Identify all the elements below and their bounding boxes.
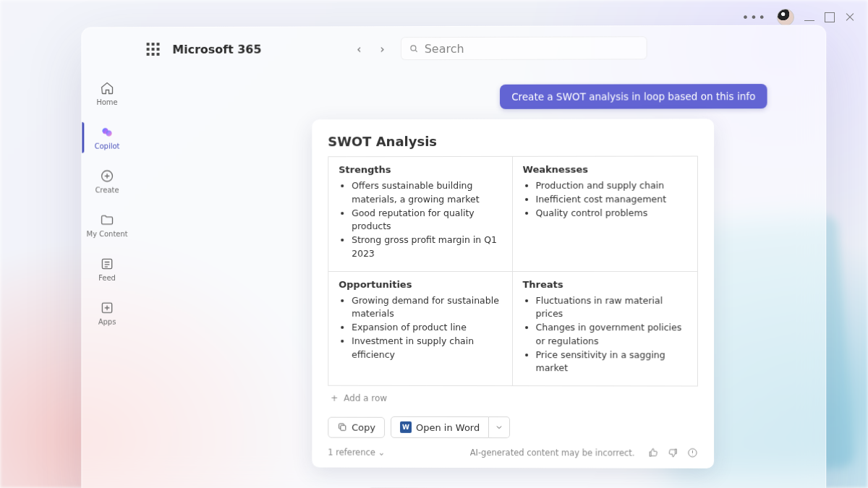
swot-cell-strengths[interactable]: Strengths Offers sustainable building ma…	[328, 157, 512, 272]
folder-icon	[100, 213, 114, 227]
swot-item: Changes in government policies or regula…	[536, 321, 687, 348]
swot-item: Growing demand for sustainable materials	[352, 294, 501, 321]
rail-item-home[interactable]: Home	[82, 78, 132, 109]
swot-item: Investment in supply chain efficiency	[352, 335, 501, 362]
report-icon[interactable]	[687, 448, 698, 458]
response-card: SWOT Analysis Strengths Offers sustainab…	[312, 119, 714, 468]
swot-heading: Strengths	[339, 164, 501, 175]
rail-item-feed[interactable]: Feed	[82, 254, 132, 285]
add-row-button[interactable]: Add a row	[328, 386, 698, 414]
plus-circle-icon	[100, 169, 114, 184]
app-launcher-icon[interactable]	[147, 43, 160, 56]
ai-disclaimer: AI-generated content may be incorrect.	[470, 448, 635, 458]
swot-heading: Opportunities	[339, 278, 501, 289]
feedback-row: AI-generated content may be incorrect.	[470, 447, 698, 458]
rail-label: Apps	[98, 318, 116, 326]
rail-item-create[interactable]: Create	[82, 166, 132, 197]
rail-item-mycontent[interactable]: My Content	[82, 210, 132, 241]
swot-item: Strong gross profit margin in Q1 2023	[352, 234, 501, 261]
minimize-button[interactable]	[804, 20, 814, 21]
window-close-button[interactable]	[845, 12, 855, 22]
copy-icon	[337, 422, 347, 432]
swot-heading: Threats	[523, 279, 687, 290]
rail-label: My Content	[87, 230, 128, 238]
swot-cell-opportunities[interactable]: Opportunities Growing demand for sustain…	[328, 271, 512, 385]
copilot-icon	[100, 125, 114, 140]
rail-label: Create	[95, 186, 119, 194]
swot-item: Quality control problems	[536, 206, 687, 220]
search-placeholder: Search	[425, 41, 464, 55]
left-rail: Home Copilot Create My Content Feed Apps	[82, 27, 132, 488]
swot-cell-threats[interactable]: Threats Fluctuations in raw material pri…	[513, 272, 697, 386]
swot-item: Offers sustainable building materials, a…	[352, 179, 501, 207]
copy-button[interactable]: Copy	[328, 416, 385, 437]
svg-rect-6	[341, 425, 346, 430]
open-in-word-label: Open in Word	[416, 421, 480, 432]
card-footer: 1 reference AI-generated content may be …	[328, 447, 698, 458]
rail-label: Feed	[98, 274, 116, 282]
copy-label: Copy	[352, 421, 375, 432]
swot-item: Production and supply chain	[536, 179, 687, 193]
references-toggle[interactable]: 1 reference	[328, 447, 385, 457]
card-actions: Copy W Open in Word	[328, 416, 698, 439]
rail-label: Home	[96, 98, 117, 106]
home-icon	[100, 81, 114, 95]
search-input[interactable]: Search	[401, 36, 647, 60]
svg-point-5	[411, 46, 416, 51]
search-icon	[409, 43, 419, 53]
feed-icon	[100, 257, 114, 271]
swot-item: Expansion of product line	[352, 321, 501, 335]
maximize-button[interactable]	[825, 12, 835, 22]
app-header: Microsoft 365 ‹ › Search	[132, 26, 825, 72]
app-window: Home Copilot Create My Content Feed Apps…	[81, 25, 826, 488]
card-title: SWOT Analysis	[328, 133, 698, 149]
word-icon: W	[400, 421, 412, 433]
svg-point-1	[106, 130, 111, 136]
nav-back-button[interactable]: ‹	[354, 39, 364, 59]
rail-item-copilot[interactable]: Copilot	[82, 122, 132, 153]
brand-title: Microsoft 365	[172, 42, 261, 56]
swot-item: Inefficient cost management	[536, 192, 687, 206]
thumbs-down-icon[interactable]	[668, 448, 678, 458]
rail-label: Copilot	[95, 142, 120, 150]
apps-icon	[100, 301, 114, 315]
swot-item: Good reputation for quality products	[352, 206, 501, 234]
avatar[interactable]	[777, 9, 794, 26]
chat-main: Create a SWOT analysis in loop based on …	[132, 69, 825, 488]
open-in-word-splitbutton: W Open in Word	[391, 416, 510, 438]
swot-heading: Weaknesses	[523, 164, 687, 175]
open-in-word-button[interactable]: W Open in Word	[391, 416, 489, 438]
swot-item: Price sensitivity in a sagging market	[536, 348, 687, 376]
thumbs-up-icon[interactable]	[648, 448, 659, 458]
swot-table: Strengths Offers sustainable building ma…	[328, 156, 698, 387]
swot-cell-weaknesses[interactable]: Weaknesses Production and supply chain I…	[513, 157, 697, 272]
rail-item-apps[interactable]: Apps	[82, 298, 132, 329]
swot-item: Fluctuations in raw material prices	[536, 294, 687, 322]
nav-forward-button[interactable]: ›	[377, 39, 387, 59]
open-in-word-caret[interactable]	[489, 416, 510, 438]
more-icon[interactable]: •••	[742, 11, 767, 25]
user-message: Create a SWOT analysis in loop based on …	[500, 84, 767, 109]
chevron-down-icon	[495, 423, 503, 432]
